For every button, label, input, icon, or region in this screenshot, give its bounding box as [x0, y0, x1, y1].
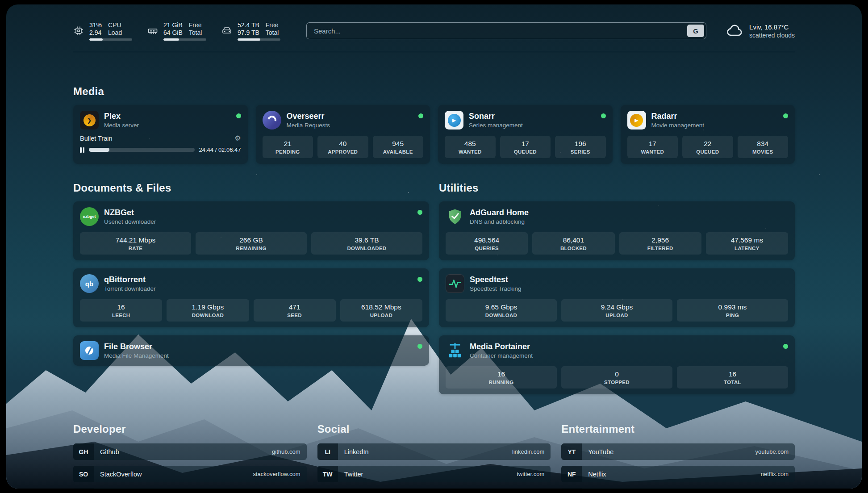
- service-subtitle: Container management: [470, 352, 533, 359]
- memory-widget: 21 GiB 64 GiB Free Total: [147, 21, 206, 41]
- cpu-bar: [89, 38, 132, 41]
- service-card-portainer[interactable]: Media Portainer Container management 16 …: [439, 335, 795, 394]
- gear-icon[interactable]: ⚙: [234, 135, 241, 142]
- section-title-developer: Developer: [73, 423, 307, 435]
- service-name: Speedtest: [470, 275, 522, 284]
- service-card-overseerr[interactable]: Overseerr Media Requests 21 PENDING 40 A…: [256, 105, 430, 164]
- service-subtitle: Media Requests: [287, 122, 330, 129]
- stat-tile: 834 MOVIES: [738, 136, 789, 158]
- service-card-plex[interactable]: ❯ Plex Media server Bullet Train ⚙: [73, 105, 248, 164]
- stat-tile: 9.24 Gbps UPLOAD: [561, 299, 672, 322]
- stat-value: 86,401: [563, 236, 584, 244]
- stat-value: 21: [284, 140, 292, 148]
- stat-value: 485: [464, 140, 476, 148]
- bookmark-youtube[interactable]: YT YouTube youtube.com: [561, 443, 795, 460]
- section-utilities: Utilities: [439, 182, 795, 394]
- stat-value: 471: [289, 303, 300, 311]
- stat-tile: 0 STOPPED: [561, 366, 672, 389]
- stat-tile: 9.65 Gbps DOWNLOAD: [446, 299, 557, 322]
- memory-label-bottom: Total: [189, 29, 202, 37]
- weather-condition: scattered clouds: [749, 32, 795, 39]
- bookmark-github[interactable]: GH Github github.com: [73, 443, 307, 460]
- memory-free: 21 GiB: [163, 21, 183, 29]
- status-dot: [418, 113, 423, 118]
- memory-label-top: Free: [189, 21, 202, 29]
- stat-label: MOVIES: [752, 149, 773, 155]
- stat-tile: 266 GB REMAINING: [196, 232, 307, 255]
- radarr-icon: ▶: [627, 111, 646, 130]
- bookmark-group-entertainment: Entertainment YT YouTube youtube.com NF …: [561, 423, 795, 489]
- stat-value: 39.6 TB: [355, 236, 379, 244]
- bookmark-name: YouTube: [588, 448, 613, 455]
- bookmark-abbr: LI: [317, 443, 338, 460]
- stat-label: STOPPED: [604, 380, 630, 385]
- bookmark-reddit[interactable]: RE Reddit reddit.com: [561, 488, 795, 489]
- topbar: 31% 2.94 CPU Load: [73, 16, 795, 46]
- service-card-adguard[interactable]: AdGuard Home DNS and adblocking 498,564 …: [439, 201, 795, 260]
- now-playing-time: 24:44 / 02:06:47: [199, 146, 241, 153]
- search-input[interactable]: [306, 22, 706, 39]
- stat-tile: 16 TOTAL: [677, 366, 788, 389]
- bookmark-abbr: DT: [73, 488, 94, 489]
- dashboard-screen: 31% 2.94 CPU Load: [6, 4, 862, 489]
- bookmark-linkedin[interactable]: LI LinkedIn linkedin.com: [317, 443, 551, 460]
- stat-value: 498,564: [474, 236, 499, 244]
- section-title-media: Media: [73, 85, 795, 98]
- stat-label: DOWNLOAD: [192, 313, 224, 318]
- pause-icon: [80, 147, 84, 153]
- service-card-qbittorrent[interactable]: qb qBittorrent Torrent downloader 16 LEE…: [73, 268, 429, 327]
- bookmark-url: stackoverflow.com: [253, 471, 300, 477]
- stat-tile: 618.52 Mbps UPLOAD: [340, 299, 422, 322]
- bookmark-url: youtube.com: [755, 448, 789, 455]
- stat-label: RATE: [129, 246, 143, 251]
- snow-specks: [6, 4, 7, 5]
- service-name: Plex: [104, 112, 139, 121]
- qbittorrent-icon: qb: [80, 274, 99, 293]
- stat-label: WANTED: [641, 149, 664, 155]
- service-subtitle: DNS and adblocking: [470, 218, 529, 225]
- stat-tile: 2,956 FILTERED: [619, 232, 701, 255]
- stat-value: 9.24 Gbps: [601, 303, 633, 311]
- service-subtitle: Movie management: [651, 122, 705, 129]
- bookmark-name: LinkedIn: [344, 448, 369, 455]
- service-name: Media Portainer: [470, 342, 533, 351]
- service-card-nzbget[interactable]: nzbget NZBGet Usenet downloader 744.21 M…: [73, 201, 429, 260]
- stat-tile: 40 APPROVED: [317, 136, 368, 158]
- stat-value: 9.65 Gbps: [485, 303, 517, 311]
- bookmark-stackoverflow[interactable]: SO StackOverflow stackoverflow.com: [73, 466, 307, 482]
- bookmark-dev[interactable]: DT DEV dev.to: [73, 488, 307, 489]
- bookmark-abbr: RE: [561, 488, 582, 489]
- service-subtitle: Media server: [104, 122, 139, 129]
- service-card-filebrowser[interactable]: File Browser Media File Management: [73, 335, 429, 366]
- stat-label: WANTED: [459, 149, 482, 155]
- bookmark-twitter[interactable]: TW Twitter twitter.com: [317, 466, 551, 482]
- bookmark-abbr: GH: [73, 443, 94, 460]
- section-title-social: Social: [317, 423, 551, 435]
- disk-bar: [238, 38, 280, 41]
- service-card-radarr[interactable]: ▶ Radarr Movie management 17 WANTED 22: [621, 105, 795, 164]
- stat-tile: 471 SEED: [254, 299, 336, 322]
- service-name: AdGuard Home: [470, 208, 529, 217]
- service-card-speedtest[interactable]: Speedtest Speedtest Tracking 9.65 Gbps D…: [439, 268, 795, 327]
- stat-label: LATENCY: [734, 246, 760, 251]
- disk-free: 52.4 TB: [238, 21, 259, 29]
- service-name: Overseerr: [287, 112, 330, 121]
- stat-label: AVAILABLE: [383, 149, 413, 155]
- service-subtitle: Media File Management: [104, 352, 169, 359]
- section-title-utilities: Utilities: [439, 182, 795, 194]
- disk-label-top: Free: [266, 21, 279, 29]
- cpu-load: 2.94: [89, 29, 102, 37]
- stat-tile: 0.993 ms PING: [677, 299, 788, 322]
- stat-label: UPLOAD: [605, 313, 628, 318]
- service-card-sonarr[interactable]: ▶ Sonarr Series management 485 WANTED 17: [438, 105, 613, 164]
- service-subtitle: Series management: [469, 122, 523, 129]
- stat-label: LEECH: [112, 313, 130, 318]
- stat-value: 16: [497, 370, 505, 378]
- bookmark-name: Twitter: [344, 471, 363, 478]
- bookmark-netflix[interactable]: NF Netflix netflix.com: [561, 466, 795, 482]
- stat-value: 16: [117, 303, 125, 311]
- cpu-widget: 31% 2.94 CPU Load: [73, 21, 132, 41]
- bookmark-name: Github: [100, 448, 119, 455]
- search-provider-button[interactable]: G: [687, 25, 704, 37]
- plex-chevron: ❯: [83, 114, 96, 126]
